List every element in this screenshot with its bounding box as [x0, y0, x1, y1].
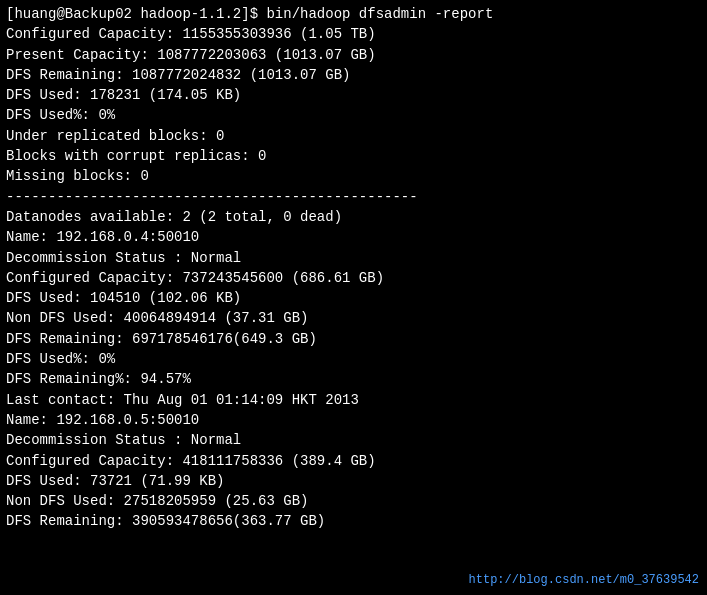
- terminal-line: Decommission Status : Normal: [6, 248, 701, 268]
- terminal-line: Present Capacity: 1087772203063 (1013.07…: [6, 45, 701, 65]
- terminal-line: DFS Used%: 0%: [6, 105, 701, 125]
- terminal-line: Decommission Status : Normal: [6, 430, 701, 450]
- terminal-line: DFS Used: 104510 (102.06 KB): [6, 288, 701, 308]
- terminal-line: Missing blocks: 0: [6, 166, 701, 186]
- terminal-line: Name: 192.168.0.5:50010: [6, 410, 701, 430]
- terminal-line: Datanodes available: 2 (2 total, 0 dead): [6, 207, 701, 227]
- terminal-line: Name: 192.168.0.4:50010: [6, 227, 701, 247]
- terminal-line: Configured Capacity: 418111758336 (389.4…: [6, 451, 701, 471]
- terminal-line: Non DFS Used: 27518205959 (25.63 GB): [6, 491, 701, 511]
- terminal-line: Under replicated blocks: 0: [6, 126, 701, 146]
- terminal-line: DFS Used%: 0%: [6, 349, 701, 369]
- terminal-line: Blocks with corrupt replicas: 0: [6, 146, 701, 166]
- terminal-line: DFS Used: 178231 (174.05 KB): [6, 85, 701, 105]
- terminal-line: DFS Used: 73721 (71.99 KB): [6, 471, 701, 491]
- terminal-window: [huang@Backup02 hadoop-1.1.2]$ bin/hadoo…: [0, 0, 707, 595]
- terminal-line: Last contact: Thu Aug 01 01:14:09 HKT 20…: [6, 390, 701, 410]
- terminal-line: Configured Capacity: 737243545600 (686.6…: [6, 268, 701, 288]
- terminal-line: DFS Remaining%: 94.57%: [6, 369, 701, 389]
- terminal-line: Configured Capacity: 1155355303936 (1.05…: [6, 24, 701, 44]
- watermark: http://blog.csdn.net/m0_37639542: [469, 573, 699, 587]
- terminal-line: DFS Remaining: 697178546176(649.3 GB): [6, 329, 701, 349]
- terminal-line: [huang@Backup02 hadoop-1.1.2]$ bin/hadoo…: [6, 4, 701, 24]
- terminal-line: ----------------------------------------…: [6, 187, 701, 207]
- terminal-content: [huang@Backup02 hadoop-1.1.2]$ bin/hadoo…: [6, 4, 701, 532]
- terminal-line: DFS Remaining: 1087772024832 (1013.07 GB…: [6, 65, 701, 85]
- terminal-line: DFS Remaining: 390593478656(363.77 GB): [6, 511, 701, 531]
- terminal-line: Non DFS Used: 40064894914 (37.31 GB): [6, 308, 701, 328]
